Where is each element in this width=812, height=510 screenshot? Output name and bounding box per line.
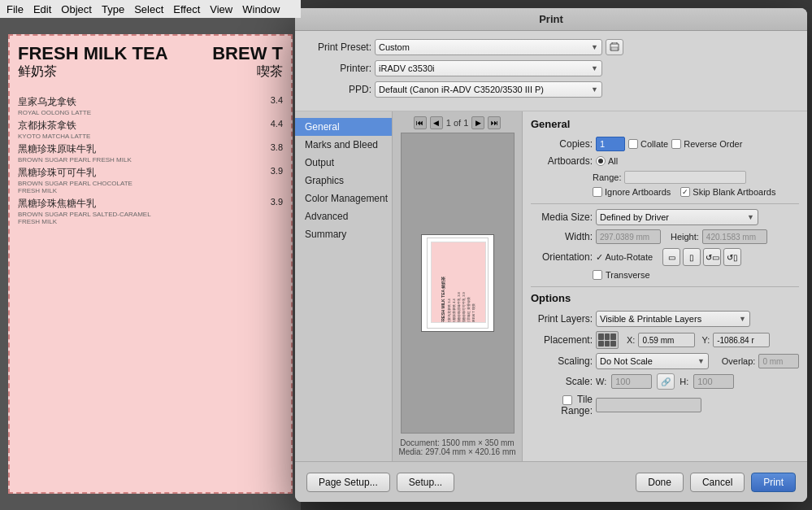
- print-button[interactable]: Print: [751, 473, 796, 492]
- media-size-select[interactable]: Defined by Driver ▼: [596, 209, 758, 225]
- artboards-row: Artboards: All: [531, 155, 799, 167]
- chevron-down-icon: ▼: [747, 213, 754, 221]
- range-label: Range:: [593, 172, 621, 182]
- preview-paper: FRESH MILK TEA 鲜奶茶 皇家乌龙拿铁 3.4 京都抹茶拿铁 4.4…: [421, 234, 494, 332]
- preview-last-button[interactable]: ⏭: [488, 116, 501, 129]
- tile-range-row: Tile Range:: [531, 394, 799, 416]
- print-layers-row: Print Layers: Visible & Printable Layers…: [531, 311, 799, 327]
- dialog-titlebar: Print: [295, 8, 807, 31]
- save-preset-button[interactable]: [606, 39, 623, 55]
- print-layers-label: Print Layers:: [531, 313, 593, 325]
- menu-items-list: 皇家乌龙拿铁 ROYAL OOLONG LATTE 3.4 京都抹茶拿铁 KYO…: [18, 95, 283, 225]
- collate-label-text: Collate: [640, 139, 668, 149]
- doc-title-cn: 鲜奶茶: [18, 63, 168, 81]
- print-preset-label: Print Preset:: [306, 41, 371, 53]
- menu-item-4: 黑糖珍珠可可牛乳 BROWN SUGAR PEARL CHOCOLATEFRES…: [18, 166, 283, 194]
- w-label: W:: [596, 377, 606, 386]
- link-scale-button[interactable]: 🔗: [657, 373, 675, 390]
- media-size-label: Media: 297.04 mm × 420.16 mm: [398, 447, 515, 456]
- general-section-title: General: [531, 118, 799, 130]
- reverse-order-checkbox[interactable]: [671, 139, 681, 149]
- menu-item-3: 黑糖珍珠原味牛乳 BROWN SUGAR PEARL FRESH MILK 3.…: [18, 142, 283, 163]
- copies-input[interactable]: 1: [596, 137, 625, 151]
- options-section-title: Options: [531, 292, 799, 304]
- ppd-row: PPD: Default (Canon iR-ADV C3520/3530 II…: [306, 81, 796, 98]
- w-input: 100: [611, 374, 652, 389]
- copies-label: Copies:: [531, 138, 593, 150]
- dialog-footer: Page Setup... Setup... Done Cancel Print: [295, 461, 807, 502]
- orientation-label: Orientation:: [531, 251, 593, 263]
- orient-portrait-button[interactable]: ▭: [662, 248, 680, 266]
- tile-range-checkbox[interactable]: [562, 395, 572, 405]
- svg-rect-0: [611, 47, 618, 50]
- tile-range-label: Tile Range:: [531, 394, 593, 416]
- transverse-checkbox[interactable]: [593, 270, 602, 280]
- print-preset-select[interactable]: Custom ▼: [375, 39, 602, 55]
- done-button[interactable]: Done: [636, 473, 684, 492]
- range-input[interactable]: [624, 171, 746, 184]
- media-size-label: Media Size:: [531, 211, 593, 223]
- preview-navigation: ⏮ ◀ 1 of 1 ▶ ⏭: [414, 116, 502, 129]
- skip-blank-checkbox[interactable]: [680, 187, 690, 197]
- sidebar-item-color-management[interactable]: Color Management: [295, 190, 392, 207]
- transverse-label: Transverse: [606, 270, 650, 280]
- x-label: X:: [627, 335, 635, 345]
- placement-row: Placement: X: 0.59 mm: [531, 331, 799, 349]
- sidebar-navigation: General Marks and Bleed Output Graphics …: [295, 111, 393, 461]
- orientation-row: Orientation: ✓ Auto-Rotate ▭ ▯ ↺▭ ↺▯: [531, 248, 799, 266]
- preview-first-button[interactable]: ⏮: [414, 116, 427, 129]
- scale-label: Scale:: [531, 376, 593, 387]
- preview-info: Document: 1500 mm × 350 mm Media: 297.04…: [398, 438, 515, 456]
- sidebar-item-output[interactable]: Output: [295, 154, 392, 172]
- sidebar-item-general[interactable]: General: [295, 118, 392, 136]
- scaling-select[interactable]: Do Not Scale ▼: [596, 353, 709, 369]
- ignore-artboards-checkbox[interactable]: [593, 187, 602, 197]
- y-input[interactable]: -1086.84 r: [713, 333, 770, 347]
- preview-page-number: 1 of 1: [446, 118, 469, 128]
- reverse-order-checkbox-label[interactable]: Reverse Order: [671, 139, 742, 149]
- content-split: ⏮ ◀ 1 of 1 ▶ ⏭ FRESH MILK TEA: [393, 111, 807, 461]
- chevron-down-icon: ▼: [697, 357, 705, 365]
- sidebar-item-summary[interactable]: Summary: [295, 225, 392, 243]
- skip-blank-label[interactable]: Skip Blank Artboards: [680, 187, 775, 197]
- background-document: File Edit Object Type Select Effect View…: [0, 0, 301, 510]
- overlap-input: 0 mm: [758, 354, 799, 368]
- preview-prev-button[interactable]: ◀: [430, 116, 443, 129]
- printer-select[interactable]: iRADV c3530i ▼: [375, 60, 602, 76]
- x-input[interactable]: 0.59 mm: [638, 333, 695, 347]
- sidebar-item-advanced[interactable]: Advanced: [295, 207, 392, 225]
- preview-next-button[interactable]: ▶: [471, 116, 484, 129]
- print-preset-row: Print Preset: Custom ▼: [306, 39, 796, 55]
- menu-item-2: 京都抹茶拿铁 KYOTO MATCHA LATTE 4.4: [18, 119, 283, 140]
- orient-landscape-flip-button[interactable]: ↺▯: [723, 248, 741, 266]
- ppd-select[interactable]: Default (Canon iR-ADV C3520/3530 III P) …: [375, 81, 602, 98]
- ignore-artboards-label[interactable]: Ignore Artboards: [593, 187, 671, 197]
- y-label: Y:: [701, 335, 710, 345]
- cancel-button[interactable]: Cancel: [690, 473, 745, 492]
- collate-checkbox[interactable]: [628, 139, 638, 149]
- collate-checkbox-label[interactable]: Collate: [628, 139, 668, 149]
- print-dialog: Print Print Preset: Custom ▼ Printer: iR…: [295, 8, 807, 502]
- chevron-down-icon: ▼: [591, 85, 598, 94]
- orient-portrait-flip-button[interactable]: ↺▭: [703, 248, 721, 266]
- main-panel: ⏮ ◀ 1 of 1 ▶ ⏭ FRESH MILK TEA: [393, 111, 807, 461]
- all-radio-button[interactable]: [596, 156, 606, 166]
- placement-label: Placement:: [531, 334, 593, 346]
- menu-item-5: 黑糖珍珠焦糖牛乳 BROWN SUGAR PEARL SALTED-CARAME…: [18, 197, 283, 225]
- preview-box: FRESH MILK TEA 鲜奶茶 皇家乌龙拿铁 3.4 京都抹茶拿铁 4.4…: [401, 133, 515, 434]
- scaling-label: Scaling:: [531, 355, 593, 367]
- scale-row: Scale: W: 100 🔗 H: 100: [531, 373, 799, 390]
- printer-label: Printer:: [306, 63, 371, 74]
- tile-range-input: [596, 398, 701, 412]
- setup-button[interactable]: Setup...: [397, 473, 454, 492]
- ppd-label: PPD:: [306, 84, 371, 95]
- height-input: 420.1583 mm: [702, 229, 767, 244]
- sidebar-item-graphics[interactable]: Graphics: [295, 172, 392, 190]
- placement-icon[interactable]: [596, 331, 619, 349]
- all-radio[interactable]: All: [596, 156, 618, 166]
- page-setup-button[interactable]: Page Setup...: [306, 473, 390, 492]
- doc-brew-cn: 喫茶: [212, 63, 283, 81]
- sidebar-item-marks-bleed[interactable]: Marks and Bleed: [295, 136, 392, 154]
- orient-landscape-button[interactable]: ▯: [683, 248, 701, 266]
- print-layers-select[interactable]: Visible & Printable Layers ▼: [596, 311, 750, 327]
